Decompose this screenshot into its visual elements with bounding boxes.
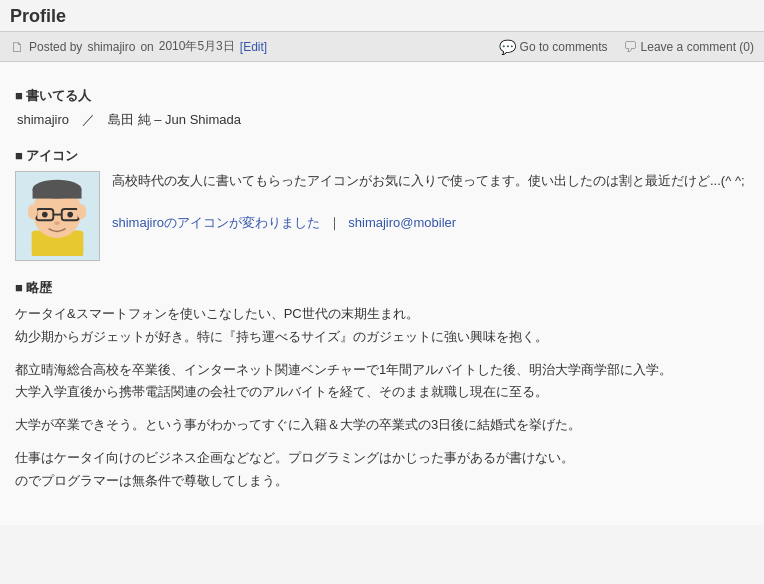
post-date: 2010年5月3日 bbox=[159, 38, 235, 55]
avatar bbox=[15, 171, 100, 261]
go-to-comments-wrapper: 💬 Go to comments bbox=[499, 39, 608, 55]
svg-point-8 bbox=[42, 212, 48, 218]
icon-link-sep: ｜ bbox=[328, 215, 341, 230]
icon-description-block: 高校時代の友人に書いてもらったアイコンがお気に入りで使ってます。使い出したのは割… bbox=[112, 171, 745, 233]
add-comment-icon: 🗩 bbox=[623, 39, 637, 55]
history-para-2: 都立晴海総合高校を卒業後、インターネット関連ベンチャーで1年間アルバイトした後、… bbox=[15, 359, 749, 405]
icon-change-link[interactable]: shimajiroのアイコンが変わりました bbox=[112, 215, 320, 230]
meta-bar: 🗋 Posted by shimajiro on 2010年5月3日 [Edit… bbox=[0, 32, 764, 62]
meta-bar-left: 🗋 Posted by shimajiro on 2010年5月3日 [Edit… bbox=[10, 38, 489, 55]
mobiler-link[interactable]: shimajiro@mobiler bbox=[348, 215, 456, 230]
svg-point-11 bbox=[28, 204, 37, 219]
comment-icon: 💬 bbox=[499, 39, 516, 55]
edit-link[interactable]: [Edit] bbox=[240, 40, 267, 54]
leave-comment-link[interactable]: Leave a comment (0) bbox=[641, 40, 754, 54]
author-line: shimajiro ／ 島田 純 – Jun Shimada bbox=[17, 111, 749, 129]
history-para-4: 仕事はケータイ向けのビジネス企画などなど。プログラミングはかじった事があるが書け… bbox=[15, 447, 749, 493]
content-area: 書いてる人 shimajiro ／ 島田 純 – Jun Shimada アイコ… bbox=[0, 62, 764, 525]
posted-by-label: Posted by bbox=[29, 40, 82, 54]
writer-section: 書いてる人 shimajiro ／ 島田 純 – Jun Shimada bbox=[15, 77, 749, 129]
svg-point-10 bbox=[54, 221, 60, 225]
page-wrapper: Profile 🗋 Posted by shimajiro on 2010年5月… bbox=[0, 0, 764, 584]
svg-rect-4 bbox=[33, 189, 82, 198]
document-icon: 🗋 bbox=[10, 39, 24, 55]
leave-comment-wrapper: 🗩 Leave a comment (0) bbox=[623, 39, 754, 55]
icon-heading: アイコン bbox=[15, 147, 749, 165]
on-label: on bbox=[140, 40, 153, 54]
history-section: 略歴 ケータイ&スマートフォンを使いこなしたい、PC世代の末期生まれ。幼少期から… bbox=[15, 279, 749, 492]
meta-bar-right: 💬 Go to comments 🗩 Leave a comment (0) bbox=[499, 39, 754, 55]
icon-section-wrapper: アイコン bbox=[15, 147, 749, 261]
page-title: Profile bbox=[10, 6, 66, 26]
icon-content: 高校時代の友人に書いてもらったアイコンがお気に入りで使ってます。使い出したのは割… bbox=[15, 171, 749, 261]
header-bar: Profile bbox=[0, 0, 764, 32]
author-name: shimajiro bbox=[87, 40, 135, 54]
writer-heading: 書いてる人 bbox=[15, 87, 749, 105]
history-text: ケータイ&スマートフォンを使いこなしたい、PC世代の末期生まれ。幼少期からガジェ… bbox=[15, 303, 749, 492]
go-to-comments-link[interactable]: Go to comments bbox=[520, 40, 608, 54]
comment-count: (0) bbox=[739, 40, 754, 54]
icon-desc-text: 高校時代の友人に書いてもらったアイコンがお気に入りで使ってます。使い出したのは割… bbox=[112, 173, 745, 188]
leave-comment-label: Leave a comment bbox=[641, 40, 736, 54]
svg-point-12 bbox=[77, 204, 86, 219]
avatar-svg bbox=[20, 176, 95, 256]
history-heading: 略歴 bbox=[15, 279, 749, 297]
history-para-3: 大学が卒業できそう。という事がわかってすぐに入籍＆大学の卒業式の3日後に結婚式を… bbox=[15, 414, 749, 437]
history-para-1: ケータイ&スマートフォンを使いこなしたい、PC世代の末期生まれ。幼少期からガジェ… bbox=[15, 303, 749, 349]
svg-point-9 bbox=[67, 212, 73, 218]
